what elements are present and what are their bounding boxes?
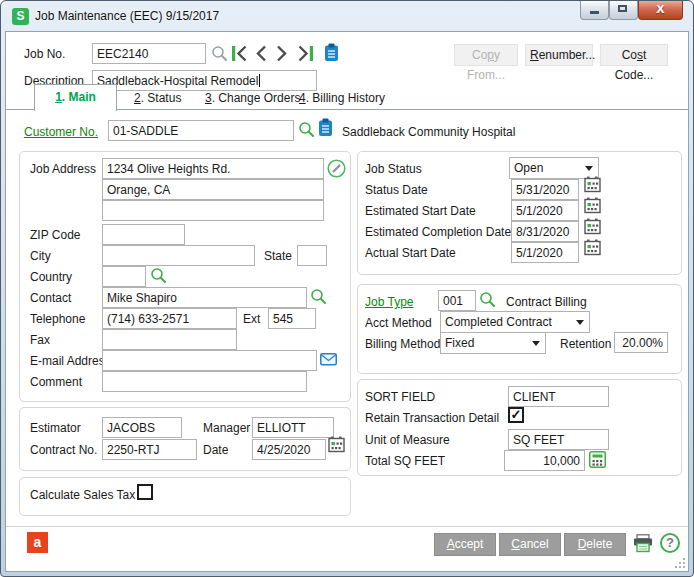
contract-date-calendar-icon[interactable] <box>328 436 345 453</box>
zip-code-input[interactable] <box>102 224 185 245</box>
printer-icon[interactable] <box>632 534 654 553</box>
previous-record-icon[interactable] <box>253 45 268 62</box>
estimated-completion-calendar-icon[interactable] <box>584 218 601 235</box>
window-title: Job Maintenance (EEC) 9/15/2017 <box>35 9 219 23</box>
acct-method-dropdown[interactable]: Completed Contract <box>440 311 590 333</box>
fax-label: Fax <box>30 333 50 348</box>
job-maintenance-window: S Job Maintenance (EEC) 9/15/2017 Job No… <box>0 0 694 577</box>
email-envelope-icon[interactable] <box>320 353 337 366</box>
status-date-label: Status Date <box>365 183 428 198</box>
delete-button[interactable]: Delete <box>564 533 626 556</box>
text-caret <box>259 74 260 87</box>
job-no-label: Job No. <box>24 47 65 62</box>
country-input[interactable] <box>102 266 146 287</box>
chevron-down-icon <box>585 166 593 175</box>
sage-logo-icon: S <box>12 8 29 25</box>
calculate-sales-tax-checkbox[interactable] <box>137 484 153 500</box>
job-type-search-icon[interactable] <box>479 291 496 308</box>
estimator-input[interactable]: JACOBS <box>102 417 182 438</box>
address-line3-input[interactable] <box>102 200 324 221</box>
customer-no-input[interactable]: 01-SADDLE <box>108 120 294 141</box>
office-icon[interactable]: a <box>27 532 48 553</box>
telephone-input[interactable]: (714) 633-2571 <box>102 308 237 329</box>
state-input[interactable] <box>297 245 327 266</box>
contract-no-input[interactable]: 2250-RTJ <box>102 439 197 460</box>
title-bar[interactable]: S Job Maintenance (EEC) 9/15/2017 <box>1 1 693 31</box>
email-address-label: E-mail Address <box>30 354 111 369</box>
customer-search-icon[interactable] <box>298 121 315 138</box>
unit-of-measure-label: Unit of Measure <box>365 433 450 448</box>
next-record-icon[interactable] <box>275 45 290 62</box>
ext-label: Ext <box>243 312 260 327</box>
cost-code-button[interactable]: Cost Code... <box>600 44 668 66</box>
status-date-calendar-icon[interactable] <box>584 176 601 193</box>
customer-no-link[interactable]: Customer No. <box>24 125 98 140</box>
comment-input[interactable] <box>102 371 307 392</box>
city-input[interactable] <box>102 245 255 266</box>
retention-label: Retention <box>560 337 611 352</box>
tab-status[interactable]: 2. Status <box>134 91 181 105</box>
zip-code-label: ZIP Code <box>30 228 80 243</box>
first-record-icon[interactable] <box>231 45 249 62</box>
description-input[interactable]: Saddleback-Hospital Remodel <box>92 70 317 91</box>
job-type-input[interactable]: 001 <box>438 290 476 311</box>
edit-address-icon[interactable] <box>327 159 346 178</box>
job-no-search-icon[interactable] <box>211 45 228 62</box>
renumber-button[interactable]: Renumber... <box>525 44 593 66</box>
estimated-completion-date-input[interactable]: 8/31/2020 <box>511 221 579 242</box>
footer-divider <box>6 526 688 527</box>
contact-label: Contact <box>30 291 71 306</box>
address-line1-input[interactable]: 1234 Olive Heights Rd. <box>102 158 324 179</box>
estimated-completion-date-label: Estimated Completion Date <box>365 225 511 240</box>
chevron-down-icon <box>576 320 584 329</box>
close-button[interactable] <box>638 1 683 20</box>
customer-memo-icon[interactable] <box>318 118 333 137</box>
resize-grip[interactable] <box>674 557 686 569</box>
job-type-description-text: Contract Billing <box>506 295 587 310</box>
contact-search-icon[interactable] <box>310 288 327 305</box>
retain-transaction-detail-checkbox[interactable]: ✓ <box>508 407 524 423</box>
telephone-label: Telephone <box>30 312 85 327</box>
minimize-button[interactable] <box>580 1 609 20</box>
billing-method-dropdown[interactable]: Fixed <box>440 332 546 354</box>
calculator-icon[interactable] <box>589 451 606 468</box>
retain-transaction-detail-label: Retain Transaction Detail <box>365 411 499 426</box>
maximize-button[interactable] <box>609 1 638 20</box>
help-icon[interactable]: ? <box>660 533 680 553</box>
country-search-icon[interactable] <box>150 267 167 284</box>
job-no-input[interactable]: EEC2140 <box>92 43 206 64</box>
job-type-link[interactable]: Job Type <box>365 295 413 310</box>
actual-start-date-input[interactable]: 5/1/2020 <box>511 242 579 263</box>
total-sq-feet-input[interactable]: 10,000 <box>504 450 585 471</box>
actual-start-calendar-icon[interactable] <box>584 239 601 256</box>
email-address-input[interactable] <box>102 350 317 371</box>
tab-billing-history[interactable]: 4. Billing History <box>299 91 385 105</box>
job-memo-icon[interactable] <box>324 43 339 62</box>
contact-input[interactable]: Mike Shapiro <box>102 287 307 308</box>
estimated-start-date-label: Estimated Start Date <box>365 204 476 219</box>
dialog-client-area: Job No. EEC2140 Copy From... Renumber...… <box>5 31 689 572</box>
contract-date-input[interactable]: 4/25/2020 <box>252 439 326 460</box>
tab-main[interactable]: 1. Main <box>34 84 117 111</box>
manager-label: Manager <box>203 421 250 436</box>
status-date-input[interactable]: 5/31/2020 <box>511 179 579 200</box>
last-record-icon[interactable] <box>296 45 314 62</box>
accept-button[interactable]: Accept <box>434 533 496 556</box>
customer-name-text: Saddleback Community Hospital <box>342 125 515 140</box>
sort-field-input[interactable]: CLIENT <box>508 386 609 407</box>
address-line2-input[interactable]: Orange, CA <box>102 179 324 200</box>
tab-change-orders[interactable]: 3. Change Orders <box>205 91 300 105</box>
unit-of-measure-input[interactable]: SQ FEET <box>508 429 609 450</box>
fax-input[interactable] <box>102 329 237 350</box>
estimated-start-date-input[interactable]: 5/1/2020 <box>511 200 579 221</box>
ext-input[interactable]: 545 <box>268 308 316 329</box>
comment-label: Comment <box>30 375 82 390</box>
actual-start-date-label: Actual Start Date <box>365 246 456 261</box>
estimated-start-calendar-icon[interactable] <box>584 197 601 214</box>
manager-input[interactable]: ELLIOTT <box>252 417 334 438</box>
state-label: State <box>264 249 292 264</box>
city-label: City <box>30 249 51 264</box>
chevron-down-icon <box>532 341 540 350</box>
retention-input[interactable]: 20.00% <box>614 332 668 353</box>
cancel-button[interactable]: Cancel <box>499 533 561 556</box>
